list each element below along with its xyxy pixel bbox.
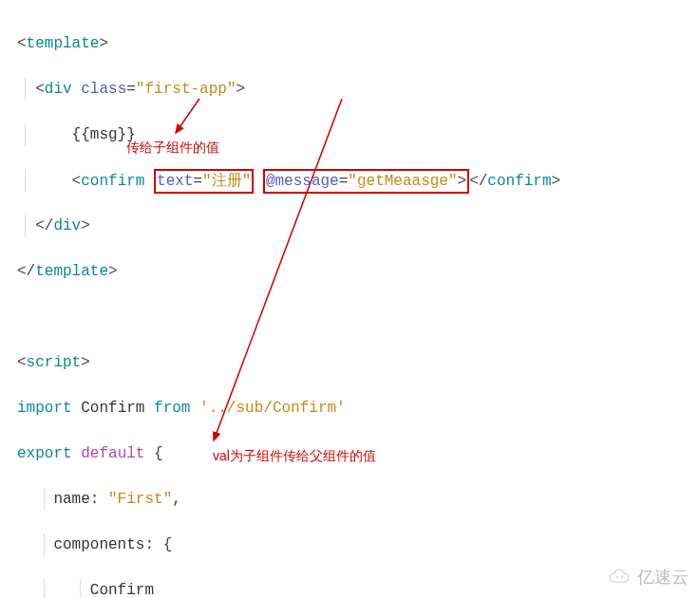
code-line: Confirm [17,579,683,598]
code-line: <template> [17,32,683,55]
code-line: import Confirm from '../sub/Confirm' [17,397,683,420]
highlight-box-text-prop: text="注册" [154,169,254,194]
code-line: components: { [17,533,683,556]
svg-point-2 [616,576,619,579]
annotation-child-emit: val为子组件传给父组件的值 [213,444,376,467]
code-line: <div class="first-app"> [17,78,683,101]
code-line: <script> [17,351,683,374]
code-line: {{msg}} [17,123,683,146]
code-line: name: "First", [17,488,683,511]
code-line: <confirm text="注册" @message="getMeaasge"… [17,169,683,192]
highlight-box-message-event: @message="getMeaasge"> [263,169,469,194]
code-line: </div> [17,215,683,237]
watermark: 亿速云 [607,566,689,589]
code-line: </template> [17,260,683,283]
blank-line [17,306,683,328]
svg-point-3 [621,576,624,579]
code-editor: <template> <div class="first-app"> {{msg… [0,0,700,598]
annotation-child-prop: 传给子组件的值 [126,136,219,159]
cloud-icon [607,569,634,586]
watermark-text: 亿速云 [637,566,689,589]
